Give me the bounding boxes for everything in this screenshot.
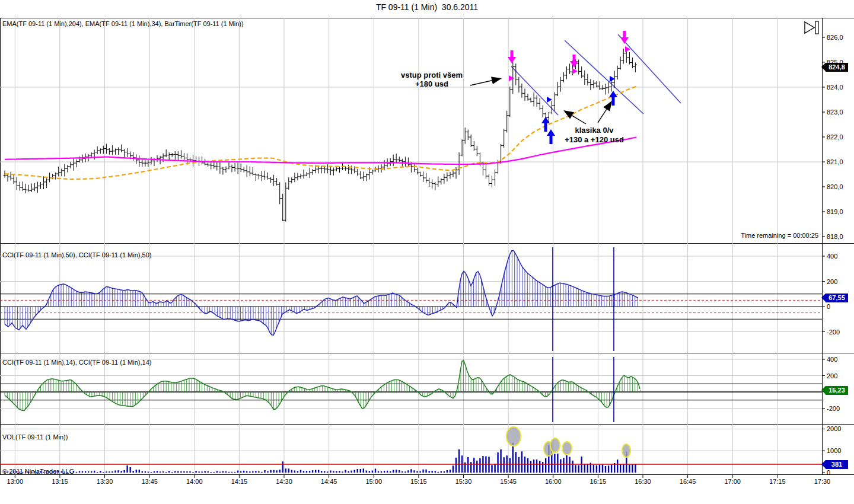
time-axis-label: 17:00 [724, 478, 741, 485]
time-axis-label: 17:30 [814, 478, 831, 485]
entry-marker-icon [572, 68, 578, 74]
trendline [565, 40, 643, 114]
time-axis-label: 16:15 [590, 478, 607, 485]
cci-hatch-fill [5, 360, 640, 411]
volume-bars [5, 443, 635, 473]
axis-tick-label: 820,0 [827, 183, 843, 190]
time-axis-label: 15:00 [365, 478, 382, 485]
sell-arrow-icon [508, 50, 516, 63]
time-axis-label: 15:30 [455, 478, 472, 485]
cci-line [5, 251, 638, 336]
annotation-exit-line2[interactable]: +130 a +120 usd [535, 135, 654, 144]
axis-tick-label: 821,0 [827, 158, 843, 165]
annotation-arrowhead [491, 76, 502, 84]
time-axis-label: 14:30 [276, 478, 292, 485]
axis-tick-label: 200 [827, 278, 837, 285]
bar-timer-text: Time remaining = 00:00:25 [652, 232, 818, 239]
chart-window: TF 09-11 (1 Min) 30.6.2011 13:0013:1513:… [0, 0, 854, 504]
volume-highlight-ellipse [562, 442, 572, 455]
annotation-entry-line2[interactable]: +180 usd [372, 79, 491, 88]
vertical-gridlines [15, 243, 822, 353]
axis-tick-label: 1000 [827, 447, 841, 454]
cci14-value-badge: 15,23 [826, 386, 848, 395]
annotation-entry-line1[interactable]: vstup proti všem [372, 71, 491, 79]
time-axis-label: 13:45 [141, 478, 158, 485]
vertical-gridlines [15, 424, 822, 474]
last-price-badge: 824,8 [826, 63, 848, 72]
time-axis[interactable]: 13:0013:1513:3013:4514:0014:1514:3014:45… [0, 474, 822, 479]
volume-highlight-ellipse [622, 444, 630, 457]
vol-gridlines [0, 429, 822, 451]
step-forward-icon [805, 22, 814, 33]
volume-value-badge: 381 [826, 460, 848, 469]
time-axis-label: 14:00 [186, 478, 203, 485]
time-axis-label: 15:15 [410, 478, 427, 485]
axis-tick-label: 2000 [827, 425, 841, 432]
axis-tick-label: 818,0 [827, 233, 843, 240]
time-axis-label: 13:00 [7, 478, 24, 485]
entry-marker-icon [509, 75, 514, 81]
cci50-panel-label: CCI(TF 09-11 (1 Min),50), CCI(TF 09-11 (… [2, 251, 151, 259]
copyright-text: © 2011 NinjaTrader, LLC [2, 468, 74, 475]
cci14-panel-label: CCI(TF 09-11 (1 Min),14), CCI(TF 09-11 (… [2, 359, 151, 366]
vertical-gridlines [15, 18, 822, 243]
volume-highlight-ellipse [506, 427, 521, 446]
annotation-exit-line1[interactable]: klasika 0/v [535, 126, 654, 135]
vol-panel-label: VOL(TF 09-11 (1 Min)) [2, 433, 68, 441]
sell-arrow-icon [620, 31, 629, 44]
time-axis-label: 16:45 [680, 478, 696, 485]
value-axis-column[interactable]: 826,0825,0824,0823,0822,0821,0820,0819,0… [822, 18, 854, 474]
axis-tick-label: -200 [827, 328, 840, 336]
axis-tick-label: 822,0 [827, 133, 843, 141]
trendline [511, 66, 558, 115]
axis-tick-label: 819,0 [827, 208, 843, 215]
time-axis-label: 16:00 [545, 478, 562, 485]
axis-tick-label: -200 [827, 405, 840, 412]
step-forward-icon [815, 21, 818, 34]
time-axis-label: 17:15 [769, 478, 786, 485]
time-axis-label: 14:15 [231, 478, 248, 485]
axis-tick-label: 400 [827, 356, 837, 363]
entry-marker-icon [610, 76, 615, 82]
annotation-arrow-line [572, 116, 586, 124]
axis-tick-label: 823,0 [827, 109, 843, 116]
axis-tick-label: 200 [827, 372, 837, 379]
cci-line [5, 361, 640, 410]
axis-tick-label: 0 [827, 469, 830, 474]
time-axis-label: 13:15 [52, 478, 68, 485]
chart-title: TF 09-11 (1 Min) 30.6.2011 [0, 2, 854, 12]
trendline [618, 34, 681, 103]
price-panel-label: EMA(TF 09-11 (1 Min),204), EMA(TF 09-11 … [2, 20, 244, 27]
axis-tick-label: 0 [827, 303, 830, 310]
axis-tick-label: 824,0 [827, 84, 843, 91]
annotation-arrow-line [598, 109, 607, 123]
time-axis-label: 14:45 [321, 478, 337, 485]
annotation-arrowhead [563, 110, 574, 119]
sell-arrow-icon [570, 55, 578, 68]
volume-highlight-ellipse [550, 438, 560, 452]
time-axis-label: 15:45 [500, 478, 517, 485]
volume-panel[interactable] [0, 424, 822, 474]
time-axis-label: 16:30 [635, 478, 651, 485]
axis-tick-label: 400 [827, 253, 837, 260]
cci50-panel[interactable] [0, 243, 822, 353]
time-axis-label: 13:30 [97, 478, 113, 485]
price-panel[interactable] [0, 18, 822, 243]
entry-marker-icon [547, 97, 552, 103]
axis-tick-label: 826,0 [827, 34, 843, 41]
annotation-arrowhead [603, 101, 612, 111]
cci50-value-badge: 67,55 [826, 294, 848, 302]
